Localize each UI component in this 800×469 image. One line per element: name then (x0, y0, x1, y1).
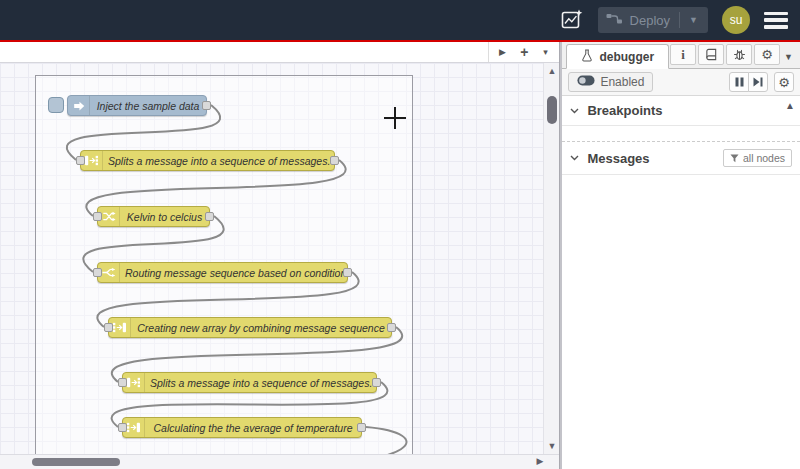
node-label: Splits a message into a sequence of mess… (145, 377, 376, 389)
node-label: Routing message sequence based on condit… (120, 267, 347, 279)
vertical-scroll-thumb[interactable] (547, 96, 557, 124)
node-port-in[interactable] (118, 423, 127, 432)
node-port-out[interactable] (205, 212, 214, 221)
breakpoints-section-header[interactable]: Breakpoints (562, 96, 800, 126)
messages-title: Messages (587, 151, 649, 166)
flow-node-switch[interactable]: Routing message sequence based on condit… (97, 262, 348, 283)
debugger-enabled-toggle[interactable]: Enabled (568, 72, 653, 92)
tab-scroll-right-icon[interactable]: ▶ (493, 42, 511, 62)
node-label: Kelvin to celcius (120, 211, 209, 223)
step-forward-button[interactable] (748, 72, 768, 92)
node-label: Inject the sample data (90, 100, 206, 112)
flow-node-change[interactable]: Kelvin to celcius (97, 206, 210, 227)
flow-node-split[interactable]: Splits a message into a sequence of mess… (80, 150, 335, 171)
inject-node-button[interactable] (48, 97, 64, 113)
sidebar-tab-bar: debugger i ⚙ ▼ (562, 42, 800, 69)
messages-filter-button[interactable]: all nodes (723, 149, 792, 167)
flow-canvas[interactable]: ▲ ▼ Inject the sample dataSplits a messa… (0, 63, 559, 454)
workspace: ▶ + ▾ ▲ ▼ Inject the sample dataSplits a… (0, 42, 559, 469)
horizontal-scroll-thumb[interactable] (32, 458, 120, 466)
filter-label: all nodes (743, 152, 785, 164)
toggle-on-icon (577, 75, 595, 89)
user-avatar[interactable]: su (722, 6, 750, 34)
flow-node-join[interactable]: Creating new array by combining message … (108, 317, 392, 338)
node-port-in[interactable] (104, 323, 113, 332)
chevron-down-icon (570, 155, 579, 161)
node-port-out[interactable] (357, 423, 366, 432)
tab-debug-bug-icon[interactable] (726, 44, 752, 65)
enabled-label: Enabled (600, 75, 644, 89)
sidebar-tabs-chevron-icon[interactable]: ▼ (781, 52, 796, 68)
tab-debugger[interactable]: debugger (566, 44, 669, 69)
crosshair-cursor (384, 107, 406, 129)
node-red-app: Deploy ▼ su ▶ + ▾ ▲ (0, 0, 800, 469)
inject-icon (68, 96, 90, 115)
flow-node-inject[interactable]: Inject the sample data (67, 95, 207, 116)
node-port-out[interactable] (330, 156, 339, 165)
pause-button[interactable] (729, 72, 749, 92)
flow-list-chevron-icon[interactable]: ▾ (537, 42, 553, 62)
tab-help-book-icon[interactable] (698, 44, 724, 65)
flow-node-join[interactable]: Calculating the the average of temperatu… (122, 417, 362, 438)
node-port-in[interactable] (76, 156, 85, 165)
node-port-out[interactable] (387, 323, 396, 332)
chevron-down-icon (570, 108, 579, 114)
deploy-label: Deploy (630, 13, 670, 28)
tab-info-icon[interactable]: i (670, 44, 696, 65)
debugger-settings-gear-icon[interactable]: ⚙ (774, 72, 794, 92)
deploy-options-chevron-icon[interactable]: ▼ (687, 15, 700, 25)
breakpoints-empty-body (562, 126, 800, 141)
node-label: Calculating the the average of temperatu… (145, 422, 361, 434)
tab-config-gear-icon[interactable]: ⚙ (754, 44, 780, 65)
flow-node-split[interactable]: Splits a message into a sequence of mess… (122, 372, 377, 393)
filter-funnel-icon (730, 154, 739, 163)
canvas-horizontal-scrollbar[interactable]: ▶ (0, 454, 559, 469)
deploy-divider (679, 12, 680, 28)
node-port-out[interactable] (343, 268, 352, 277)
tabstrip-divider (488, 42, 489, 62)
sidebar-scroll-up-icon[interactable]: ▲ (785, 100, 795, 111)
messages-section-header[interactable]: Messages all nodes (562, 141, 800, 175)
scroll-right-icon[interactable]: ▶ (537, 456, 544, 466)
scroll-down-icon[interactable]: ▼ (547, 438, 556, 454)
debugger-panel: Breakpoints Messages all nodes ▲ (562, 96, 800, 469)
flask-icon (581, 49, 593, 65)
canvas-vertical-scrollbar[interactable]: ▲ ▼ (543, 63, 559, 454)
app-header: Deploy ▼ su (0, 0, 800, 40)
deploy-icon (606, 11, 623, 29)
node-port-in[interactable] (93, 212, 102, 221)
add-flow-button[interactable]: + (515, 42, 533, 62)
node-port-out[interactable] (372, 378, 381, 387)
node-port-in[interactable] (93, 268, 102, 277)
breakpoints-title: Breakpoints (587, 103, 662, 118)
main-menu-icon[interactable] (764, 12, 788, 29)
node-port-out[interactable] (202, 101, 211, 110)
sidebar: debugger i ⚙ ▼ (562, 42, 800, 469)
deploy-button[interactable]: Deploy ▼ (598, 7, 708, 33)
node-port-in[interactable] (118, 378, 127, 387)
node-label: Splits a message into a sequence of mess… (103, 155, 334, 167)
flow-tab-strip: ▶ + ▾ (0, 42, 559, 63)
wires-layer (0, 63, 559, 454)
tab-debugger-label: debugger (599, 50, 654, 64)
debugger-toolbar: Enabled ⚙ (562, 69, 800, 96)
node-label: Creating new array by combining message … (131, 322, 391, 334)
scroll-up-icon[interactable]: ▲ (547, 63, 556, 79)
ai-assistant-icon[interactable] (560, 8, 584, 32)
